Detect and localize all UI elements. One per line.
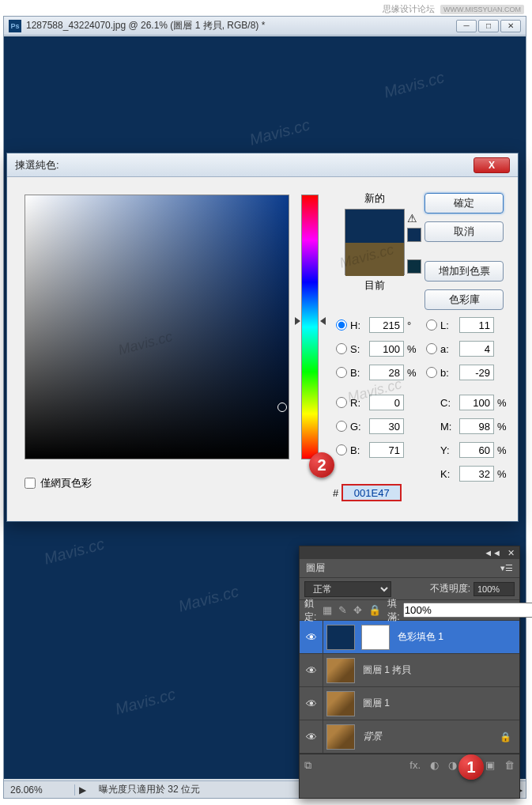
hue-slider-handle-left[interactable] — [295, 317, 300, 325]
layer-row[interactable]: 👁 色彩填色 1 — [300, 621, 519, 654]
delete-layer-icon[interactable]: 🗑 — [504, 759, 515, 771]
bb-radio[interactable] — [336, 444, 347, 455]
m-input[interactable] — [459, 418, 494, 434]
zoom-level[interactable]: 26.06% — [4, 784, 75, 796]
layer-mask-icon[interactable]: ◐ — [430, 759, 439, 771]
dialog-title-bar[interactable]: 揀選純色: X — [7, 153, 518, 177]
layers-list: 👁 色彩填色 1 👁 圖層 1 拷貝 👁 圖層 1 👁 背景 🔒 — [300, 621, 519, 754]
fill-label: 填滿: — [387, 597, 399, 624]
h-input[interactable] — [369, 317, 404, 333]
photoshop-icon: Ps — [9, 20, 21, 32]
layers-panel: ◄◄ ✕ 圖層 ▾☰ 正常 不透明度: 鎖定: ▦ ✎ ✥ 🔒 填滿: 👁 色彩… — [299, 546, 520, 799]
new-layer-icon[interactable]: ▣ — [485, 759, 495, 771]
k-input[interactable] — [459, 466, 494, 482]
visibility-toggle[interactable]: 👁 — [300, 687, 323, 720]
blend-mode-select[interactable]: 正常 — [304, 581, 391, 597]
lock-transparency-icon[interactable]: ▦ — [323, 604, 332, 616]
color-preview-block: 新的 目前 — [338, 191, 412, 293]
a-radio[interactable] — [426, 343, 437, 354]
hex-input[interactable] — [341, 484, 402, 501]
layer-row[interactable]: 👁 圖層 1 拷貝 — [300, 654, 519, 687]
web-only-row: 僅網頁色彩 — [25, 476, 92, 490]
new-color-swatch[interactable] — [345, 210, 404, 243]
background-lock-icon: 🔒 — [500, 731, 519, 743]
opacity-input[interactable] — [474, 582, 515, 596]
g-input[interactable] — [369, 418, 404, 434]
visibility-toggle[interactable]: 👁 — [300, 621, 323, 653]
y-input[interactable] — [459, 442, 494, 458]
panel-close-icon[interactable]: ✕ — [507, 548, 515, 558]
color-libraries-button[interactable]: 色彩庫 — [424, 289, 504, 310]
dialog-title: 揀選純色: — [15, 158, 59, 172]
l-radio[interactable] — [426, 319, 437, 331]
visibility-toggle[interactable]: 👁 — [300, 720, 323, 753]
panel-tabs-bar: ◄◄ ✕ — [300, 546, 519, 559]
a-input[interactable] — [459, 341, 494, 357]
document-title: 1287588_43224070.jpg @ 26.1% (圖層 1 拷貝, R… — [26, 19, 265, 32]
fill-input[interactable] — [403, 603, 532, 618]
lock-position-icon[interactable]: ✥ — [353, 604, 362, 616]
lab-b-radio[interactable] — [426, 367, 437, 378]
l-input[interactable] — [459, 317, 494, 333]
new-color-label: 新的 — [338, 191, 412, 206]
layer-name[interactable]: 圖層 1 — [358, 697, 519, 710]
panel-menu-icon[interactable]: ▾☰ — [500, 563, 513, 573]
panel-collapse-icon[interactable]: ◄◄ — [484, 548, 501, 557]
callout-badge-1: 1 — [458, 754, 484, 780]
opacity-label: 不透明度: — [430, 582, 470, 595]
status-arrow-left[interactable]: ▶ — [75, 784, 89, 796]
s-radio[interactable] — [336, 343, 347, 354]
websafe-swatch[interactable] — [407, 259, 421, 274]
hue-slider-handle-right[interactable] — [320, 317, 326, 325]
h-radio[interactable] — [336, 319, 347, 331]
hex-row: # — [333, 484, 402, 501]
layer-name[interactable]: 圖層 1 拷貝 — [358, 663, 519, 677]
color-picker-dialog: 揀選純色: X 新的 目前 ⚠ 確定 取消 增加到色票 色彩庫 — [6, 153, 519, 522]
layer-name[interactable]: 背景 — [358, 730, 500, 743]
layer-row[interactable]: 👁 圖層 1 — [300, 687, 519, 720]
visibility-toggle[interactable]: 👁 — [300, 654, 323, 686]
minimize-button[interactable]: ─ — [456, 20, 477, 32]
callout-badge-2: 2 — [309, 452, 334, 478]
layer-name[interactable]: 色彩填色 1 — [393, 630, 519, 644]
lock-label: 鎖定: — [304, 597, 316, 624]
layer-row[interactable]: 👁 背景 🔒 — [300, 720, 519, 754]
window-title-bar: Ps 1287588_43224070.jpg @ 26.1% (圖層 1 拷貝… — [4, 17, 526, 36]
layers-tab[interactable]: 圖層 — [306, 561, 325, 575]
gamut-swatch[interactable] — [407, 228, 421, 242]
gamut-warning-icon[interactable]: ⚠ — [407, 212, 417, 225]
page-watermark: 思缘设计论坛 WWW.MISSYUAN.COM — [383, 3, 524, 15]
lab-cmyk-values: L: a: b: C:% M:% Y:% K:% — [426, 313, 513, 486]
g-radio[interactable] — [336, 421, 347, 432]
add-swatch-button[interactable]: 增加到色票 — [424, 261, 504, 282]
layer-thumbnail[interactable] — [326, 691, 355, 716]
c-input[interactable] — [459, 395, 494, 410]
lock-all-icon[interactable]: 🔒 — [368, 604, 381, 616]
color-picker-cursor[interactable] — [277, 402, 287, 412]
r-radio[interactable] — [336, 397, 347, 408]
link-layers-icon[interactable]: ⧉ — [304, 759, 311, 772]
layer-thumbnail[interactable] — [326, 625, 355, 650]
close-window-button[interactable]: ✕ — [500, 20, 521, 32]
adjustment-layer-icon[interactable]: ◑ — [448, 759, 457, 771]
layer-thumbnail[interactable] — [326, 724, 355, 750]
web-only-label: 僅網頁色彩 — [40, 476, 92, 490]
color-field[interactable] — [25, 195, 289, 459]
maximize-button[interactable]: □ — [478, 20, 499, 32]
cancel-button[interactable]: 取消 — [424, 221, 504, 242]
b-radio[interactable] — [336, 367, 347, 378]
s-input[interactable] — [369, 341, 404, 357]
layer-fx-icon[interactable]: fx. — [409, 759, 421, 771]
ok-button[interactable]: 確定 — [424, 193, 504, 214]
layers-toolbar: ⧉ fx. ◐ ◑ ▭ ▣ 🗑 — [300, 754, 519, 776]
current-color-label: 目前 — [338, 278, 412, 293]
lock-pixels-icon[interactable]: ✎ — [338, 604, 347, 616]
web-only-checkbox[interactable] — [25, 478, 36, 489]
layer-mask-thumbnail[interactable] — [361, 625, 390, 650]
layer-thumbnail[interactable] — [326, 658, 355, 683]
hue-slider[interactable] — [301, 195, 319, 459]
dialog-close-button[interactable]: X — [474, 157, 510, 173]
bb-input[interactable] — [369, 442, 404, 458]
lab-b-input[interactable] — [459, 365, 494, 380]
